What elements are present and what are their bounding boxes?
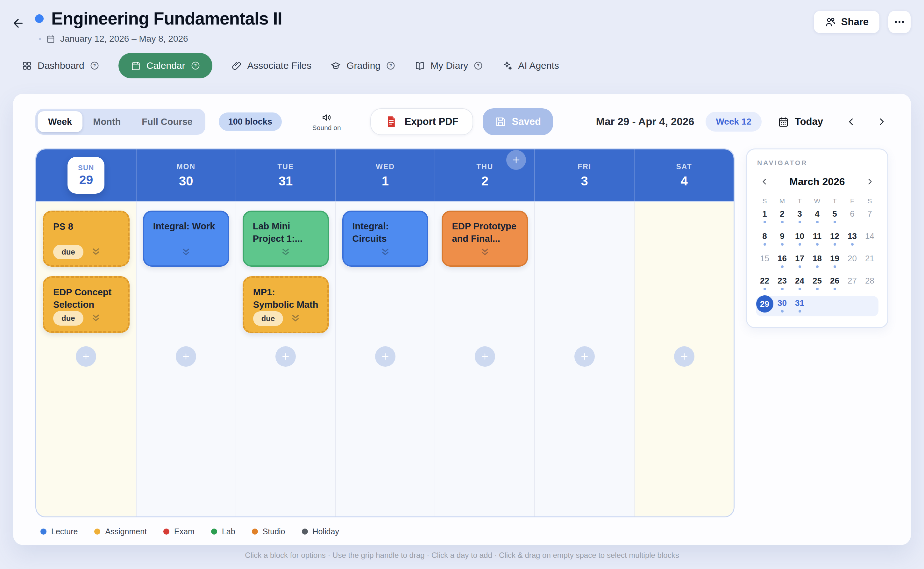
navigator-day-20[interactable]: 20	[844, 254, 861, 271]
view-full-course-button[interactable]: Full Course	[131, 111, 203, 132]
tab-calendar[interactable]: Calendar?	[118, 53, 212, 78]
add-day-button[interactable]	[506, 150, 526, 170]
navigator-day-5[interactable]: 5	[826, 209, 844, 226]
view-month-button[interactable]: Month	[82, 111, 131, 132]
add-block-button[interactable]	[76, 346, 96, 367]
grip-handle-icon[interactable]	[280, 248, 291, 257]
tab-grading[interactable]: Grading?	[331, 53, 396, 78]
day-header-sun[interactable]: SUN 29	[36, 149, 136, 201]
navigator-day-2[interactable]: 2	[774, 209, 791, 226]
day-column-mon[interactable]: Integral: Work	[136, 202, 236, 516]
grip-handle-icon[interactable]	[290, 314, 301, 323]
navigator-day-22[interactable]: 22	[756, 276, 774, 293]
navigator-day-16[interactable]: 16	[774, 254, 791, 271]
next-week-button[interactable]	[875, 115, 889, 129]
navigator-day-15[interactable]: 15	[756, 254, 774, 271]
navigator-day-24[interactable]: 24	[791, 276, 809, 293]
navigator-day-25[interactable]: 25	[809, 276, 826, 293]
legend-label: Lab	[222, 527, 235, 536]
active-day-pill[interactable]: SUN 29	[67, 157, 105, 194]
navigator-day-8[interactable]: 8	[756, 231, 774, 248]
add-block-button[interactable]	[574, 346, 595, 367]
day-column-tue[interactable]: Lab Mini Project 1:... MP1: Symbolic Mat…	[236, 202, 335, 516]
event-block-edp-prototype-and-final[interactable]: EDP Prototype and Final...	[442, 211, 528, 267]
prev-week-button[interactable]	[844, 115, 858, 129]
grip-handle-icon[interactable]	[181, 248, 191, 257]
view-switcher: WeekMonthFull Course	[35, 109, 205, 135]
day-column-sun[interactable]: PS 8 dueEDP Concept Selection due	[36, 202, 136, 516]
navigator-day-7[interactable]: 7	[861, 209, 878, 226]
navigator-day-29[interactable]: 29	[756, 298, 774, 315]
add-block-button[interactable]	[275, 346, 296, 367]
navigator-day-13[interactable]: 13	[844, 231, 861, 248]
navigator-day-18[interactable]: 18	[809, 254, 826, 271]
day-column-thu[interactable]: EDP Prototype and Final...	[435, 202, 534, 516]
legend-label: Studio	[262, 527, 285, 536]
grip-handle-icon[interactable]	[90, 314, 101, 323]
navigator-day-3[interactable]: 3	[791, 209, 809, 226]
navigator-day-12[interactable]: 12	[826, 231, 844, 248]
navigator-day-23[interactable]: 23	[774, 276, 791, 293]
view-week-button[interactable]: Week	[38, 111, 82, 132]
speaker-icon	[321, 112, 332, 123]
navigator-day-19[interactable]: 19	[826, 254, 844, 271]
navigator-day-4[interactable]: 4	[809, 209, 826, 226]
tab-dashboard[interactable]: Dashboard?	[22, 53, 99, 78]
back-button[interactable]	[9, 15, 27, 32]
today-button[interactable]: Today	[778, 116, 823, 128]
day-header-wed[interactable]: WED 1	[335, 149, 435, 201]
navigator-day-1[interactable]: 1	[756, 209, 774, 226]
event-block-edp-concept-selection[interactable]: EDP Concept Selection due	[42, 276, 130, 333]
navigator-day-31[interactable]: 31	[791, 298, 809, 315]
legend-color-dot	[94, 528, 100, 535]
day-header-date: 3	[581, 174, 588, 188]
prev-month-button[interactable]	[758, 175, 771, 188]
grip-handle-icon[interactable]	[380, 248, 391, 257]
day-header-mon[interactable]: MON 30	[136, 149, 236, 201]
day-header-thu[interactable]: THU 2	[435, 149, 534, 201]
navigator-day-9[interactable]: 9	[774, 231, 791, 248]
event-block-mp1-symbolic-math[interactable]: MP1: Symbolic Math due	[243, 276, 329, 333]
grip-handle-icon[interactable]	[479, 248, 490, 257]
tab-my-diary[interactable]: My Diary?	[414, 53, 483, 78]
event-block-integral-circuits[interactable]: Integral: Circuits	[342, 211, 429, 267]
event-block-lab-mini-project-1[interactable]: Lab Mini Project 1:...	[243, 211, 329, 267]
day-column-wed[interactable]: Integral: Circuits	[335, 202, 435, 516]
navigator-day-26[interactable]: 26	[826, 276, 844, 293]
day-column-fri[interactable]	[534, 202, 634, 516]
add-block-button[interactable]	[176, 346, 196, 367]
navigator-day-28[interactable]: 28	[861, 276, 878, 293]
legend-item-assignment: Assignment	[94, 527, 147, 536]
saved-button[interactable]: Saved	[483, 108, 553, 135]
day-header-weekday: THU	[476, 163, 493, 171]
navigator-day-10[interactable]: 10	[791, 231, 809, 248]
event-block-ps-8[interactable]: PS 8 due	[42, 211, 130, 267]
tab-associate-files[interactable]: Associate Files	[232, 53, 312, 78]
legend-color-dot	[211, 528, 217, 535]
day-header-tue[interactable]: TUE 31	[236, 149, 335, 201]
sound-toggle[interactable]: Sound on	[313, 112, 341, 132]
event-dot	[763, 288, 766, 290]
day-column-sat[interactable]	[634, 202, 734, 516]
add-block-button[interactable]	[375, 346, 396, 367]
navigator-day-27[interactable]: 27	[844, 276, 861, 293]
navigator-day-14[interactable]: 14	[861, 231, 878, 248]
navigator-day-30[interactable]: 30	[774, 298, 791, 315]
add-block-button[interactable]	[475, 346, 495, 367]
navigator-day-6[interactable]: 6	[844, 209, 861, 226]
day-header-fri[interactable]: FRI 3	[534, 149, 634, 201]
legend-label: Lecture	[51, 527, 78, 536]
navigator-day-11[interactable]: 11	[809, 231, 826, 248]
day-header-sat[interactable]: SAT 4	[634, 149, 734, 201]
event-block-integral-work[interactable]: Integral: Work	[143, 211, 229, 267]
navigator-day-21[interactable]: 21	[861, 254, 878, 271]
tab-ai-agents[interactable]: AI Agents	[502, 53, 559, 78]
more-options-button[interactable]	[888, 11, 910, 33]
export-pdf-button[interactable]: Export PDF	[370, 108, 473, 135]
add-block-button[interactable]	[674, 346, 695, 367]
navigator-day-17[interactable]: 17	[791, 254, 809, 271]
next-month-button[interactable]	[863, 175, 877, 188]
event-dot	[798, 243, 801, 246]
grip-handle-icon[interactable]	[90, 248, 101, 257]
share-button[interactable]: Share	[814, 11, 879, 33]
